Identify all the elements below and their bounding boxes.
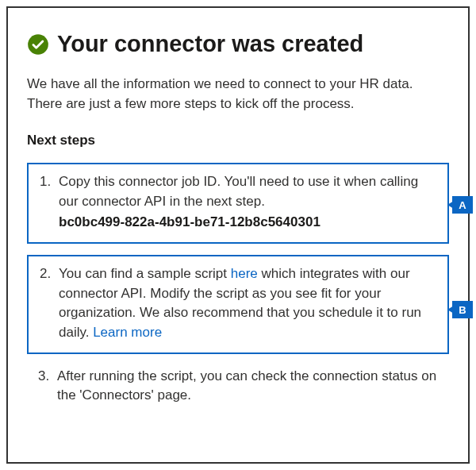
- step-3-row: 3. After running the script, you can che…: [27, 365, 449, 414]
- step-body: You can find a sample script here which …: [59, 264, 436, 343]
- callout-label-b: B: [452, 301, 473, 318]
- connector-job-id: bc0bc499-822a-4b91-be71-12b8c5640301: [59, 213, 436, 233]
- step-1-box: 1. Copy this connector job ID. You'll ne…: [27, 163, 449, 244]
- step-1-row: 1. Copy this connector job ID. You'll ne…: [27, 163, 449, 244]
- success-check-icon: [27, 33, 49, 56]
- step-number: 2.: [40, 264, 54, 284]
- next-steps-heading: Next steps: [27, 133, 449, 148]
- list-item: 1. Copy this connector job ID. You'll ne…: [40, 172, 436, 233]
- intro-text: We have all the information we need to c…: [27, 75, 449, 114]
- learn-more-link[interactable]: Learn more: [93, 325, 162, 340]
- step-2-text-before: You can find a sample script: [59, 266, 231, 281]
- list-item: 3. After running the script, you can che…: [38, 367, 438, 406]
- step-3-text: After running the script, you can check …: [57, 367, 438, 406]
- callout-label-a: A: [452, 196, 473, 214]
- step-2-box: 2. You can find a sample script here whi…: [27, 255, 449, 354]
- step-3-box: 3. After running the script, you can che…: [27, 365, 449, 414]
- wizard-success-panel: Your connector was created We have all t…: [6, 6, 470, 464]
- list-item: 2. You can find a sample script here whi…: [40, 264, 436, 343]
- step-number: 1.: [40, 172, 54, 192]
- steps-list: 1. Copy this connector job ID. You'll ne…: [27, 163, 449, 414]
- page-title: Your connector was created: [57, 32, 363, 57]
- step-1-text: Copy this connector job ID. You'll need …: [59, 174, 418, 209]
- step-body: Copy this connector job ID. You'll need …: [59, 172, 436, 233]
- header: Your connector was created: [27, 32, 449, 57]
- step-number: 3.: [38, 367, 52, 387]
- sample-script-link[interactable]: here: [231, 266, 258, 281]
- step-2-row: 2. You can find a sample script here whi…: [27, 255, 449, 354]
